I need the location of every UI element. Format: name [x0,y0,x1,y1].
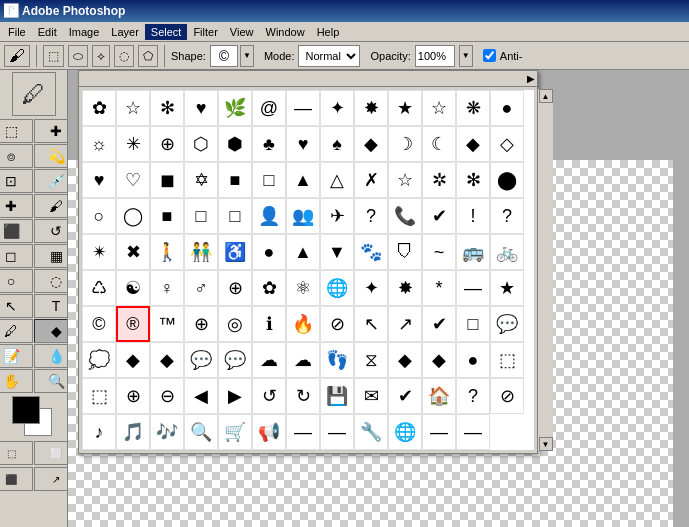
shape-cell[interactable]: ? [354,198,388,234]
shape-cell[interactable]: ✴ [82,234,116,270]
screen-mode-btn[interactable]: ⬛ [0,467,33,491]
shape-cell[interactable]: ☾ [422,126,456,162]
shape-cell[interactable]: □ [184,198,218,234]
shape-selector[interactable]: © ▼ [210,45,254,67]
shape-cell[interactable]: ⊕ [116,378,150,414]
shape-cell[interactable]: ⬚ [82,378,116,414]
shape-cell[interactable]: ☆ [116,90,150,126]
quick-mask-btn[interactable]: ⬚ [0,441,33,465]
zoom-tool-btn[interactable]: 🔍 [34,369,68,393]
shape-cell[interactable]: △ [320,162,354,198]
shape-cell[interactable]: 🌿 [218,90,252,126]
shape-cell[interactable]: © [82,306,116,342]
heal-tool-btn[interactable]: ✚ [0,194,33,218]
shape-cell[interactable]: ■ [218,162,252,198]
menu-edit[interactable]: Edit [32,24,63,40]
shape-cell[interactable]: ♣ [252,126,286,162]
shape-cell[interactable]: ♠ [320,126,354,162]
shape-cell[interactable]: ↗ [388,306,422,342]
shape-cell[interactable]: 🎵 [116,414,150,450]
history-tool-btn[interactable]: ↺ [34,219,68,243]
shape-cell[interactable]: ♥ [184,90,218,126]
shape-cell[interactable]: ♂ [184,270,218,306]
shape-cell[interactable]: 💾 [320,378,354,414]
shape-cell[interactable]: ⬤ [490,162,524,198]
shape-dropdown-arrow[interactable]: ▼ [240,45,254,67]
shape-preview[interactable]: © [210,45,238,67]
shape-cell[interactable]: — [286,90,320,126]
shape-cell[interactable]: ♡ [116,162,150,198]
shape-cell[interactable]: @ [252,90,286,126]
shape-cell[interactable]: 📢 [252,414,286,450]
shape-cell[interactable]: * [422,270,456,306]
shape-cell[interactable]: ↻ [286,378,320,414]
eraser-tool-btn[interactable]: ◻ [0,244,33,268]
menu-image[interactable]: Image [63,24,106,40]
shape-cell[interactable]: 🚌 [456,234,490,270]
magic-wand-tool-btn[interactable]: 💫 [34,144,68,168]
shape-cell[interactable]: 🛒 [218,414,252,450]
shape-cell[interactable]: ↖ [354,306,388,342]
magic-wand-btn[interactable]: ⟡ [92,45,110,67]
shape-cell[interactable]: ✳ [116,126,150,162]
shape-cell[interactable]: ● [490,90,524,126]
shape-cell[interactable]: ◆ [116,342,150,378]
shape-cell[interactable]: ♪ [82,414,116,450]
shape-cell[interactable]: ⬚ [490,342,524,378]
blur-tool-btn[interactable]: ◌ [34,269,68,293]
shape-cell[interactable]: ● [456,342,490,378]
jump-btn[interactable]: ↗ [34,467,68,491]
shape-cell[interactable]: — [286,414,320,450]
shape-cell[interactable]: ◼ [150,162,184,198]
shape-cell[interactable]: ♺ [82,270,116,306]
shape-cell[interactable]: ♀ [150,270,184,306]
shape-cell[interactable]: □ [252,162,286,198]
panel-menu-btn[interactable]: ▶ [527,73,535,84]
shape-cell[interactable]: ✔ [388,378,422,414]
shape-cell[interactable]: ↺ [252,378,286,414]
move-tool-btn[interactable]: ✚ [34,119,68,143]
gradient-tool-btn[interactable]: ▦ [34,244,68,268]
fg-bg-colors[interactable] [12,396,56,436]
foreground-color[interactable] [12,396,40,424]
menu-select[interactable]: Select [145,24,188,40]
shape-grid[interactable]: ✿☆✻♥🌿@—✦✸★☆❋●☼✳⊕⬡⬢♣♥♠◆☽☾◆◇♥♡◼✡■□▲△✗☆✲✻⬤○… [81,89,535,451]
shape-cell[interactable]: ✡ [184,162,218,198]
lasso-btn[interactable]: ◌ [114,45,134,67]
shape-cell[interactable]: ⊕ [150,126,184,162]
shape-cell[interactable]: ♿ [218,234,252,270]
shape-cell[interactable]: ⊘ [320,306,354,342]
shape-cell[interactable]: 💭 [82,342,116,378]
pen-tool-btn[interactable]: 🖊 [0,319,33,343]
shape-cell[interactable]: ☆ [388,162,422,198]
shape-cell[interactable]: ◆ [150,342,184,378]
crop-tool-btn[interactable]: ⊡ [0,169,33,193]
shape-cell[interactable]: ☁ [252,342,286,378]
marquee-tool-btn[interactable]: ⬚ [0,119,33,143]
shape-cell[interactable]: 👬 [184,234,218,270]
shape-cell[interactable]: ☁ [286,342,320,378]
shape-cell[interactable]: ★ [490,270,524,306]
shape-cell[interactable]: 🔍 [184,414,218,450]
shape-cell[interactable]: □ [218,198,252,234]
shape-cell[interactable]: ⬢ [218,126,252,162]
shape-cell[interactable]: ⊕ [218,270,252,306]
shape-cell[interactable]: ▲ [286,234,320,270]
type-tool-btn[interactable]: T [34,294,68,318]
shape-cell[interactable]: ! [456,198,490,234]
shape-cell[interactable]: ◯ [116,198,150,234]
marquee-rect-btn[interactable]: ⬚ [43,45,64,67]
shape-cell[interactable]: ✦ [354,270,388,306]
menu-view[interactable]: View [224,24,260,40]
shape-cell[interactable]: ◆ [422,342,456,378]
shape-cell[interactable]: 👤 [252,198,286,234]
shape-cell[interactable]: 🎶 [150,414,184,450]
shape-scrollbar[interactable]: ▲ ▼ [537,89,553,451]
shape-cell[interactable]: ✸ [354,90,388,126]
brush-tool-btn[interactable]: 🖌 [34,194,68,218]
tool-options-btn[interactable]: 🖌 [4,45,30,67]
shape-cell[interactable]: 🐾 [354,234,388,270]
shape-cell[interactable]: ⊖ [150,378,184,414]
shape-cell[interactable]: ◎ [218,306,252,342]
shape-cell[interactable]: ☯ [116,270,150,306]
